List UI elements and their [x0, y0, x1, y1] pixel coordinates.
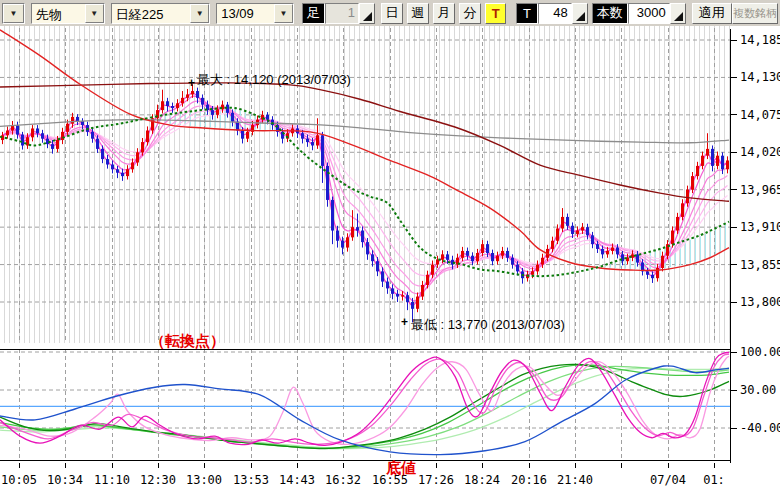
rci-lines: [0, 352, 729, 454]
time-tick: [158, 463, 159, 468]
time-label: 18:24: [464, 473, 500, 487]
price-label: 14,185: [731, 33, 780, 47]
time-label: 11:10: [94, 473, 130, 487]
time-tick: [621, 463, 622, 468]
indicator-label: -40.00: [731, 421, 780, 435]
price-axis-line: [730, 29, 731, 481]
spinner-icon[interactable]: [572, 3, 588, 24]
tick-count-value: 48: [538, 3, 572, 24]
high-marker-icon: +: [188, 77, 195, 89]
price-label: 13,965: [731, 183, 780, 197]
time-tick: [251, 463, 252, 468]
time-label: 10:05: [1, 473, 37, 487]
time-label: 21:40: [557, 473, 593, 487]
bar-count-value: 3000: [628, 3, 670, 24]
bar-count-label: 本数: [592, 3, 628, 24]
time-tick: [112, 463, 113, 468]
period-minute-button[interactable]: 分: [459, 3, 481, 24]
chevron-down-icon: ▼: [190, 4, 209, 23]
price-label: 13,800: [731, 295, 780, 309]
toolbar: ▼ 先物 ▼ 日経225 ▼ 13/09 ▼ 足 1 日 週 月 分 T T 4…: [0, 0, 780, 26]
period-weekly-button[interactable]: 週: [407, 3, 429, 24]
chevron-down-icon: ▼: [274, 4, 293, 23]
time-tick: [482, 463, 483, 468]
low-marker-icon: +: [401, 316, 408, 328]
contract-month-select[interactable]: 13/09 ▼: [216, 3, 294, 24]
time-label: 12:30: [140, 473, 176, 487]
time-tick: [436, 463, 437, 468]
multi-symbol-button[interactable]: 複数銘柄: [732, 3, 778, 24]
price-label: 14,020: [731, 145, 780, 159]
price-label: 14,130: [731, 70, 780, 84]
tick-count-label: T: [516, 3, 537, 24]
turning-point-annotation: （転換点）: [150, 332, 225, 351]
candlestick-chart: [0, 26, 730, 343]
spinner-icon[interactable]: [670, 3, 686, 24]
symbol-select[interactable]: 日経225 ▼: [111, 3, 211, 24]
instrument-type-select[interactable]: 先物 ▼: [31, 3, 105, 24]
price-label: 13,855: [731, 258, 780, 272]
apply-button[interactable]: 適用: [692, 3, 732, 24]
time-tick: [529, 463, 530, 468]
time-label: 17:26: [418, 473, 454, 487]
moving-averages: [0, 30, 729, 276]
spinner-icon[interactable]: [359, 3, 375, 24]
time-label: 13:00: [186, 473, 222, 487]
max-annotation: 最大 : 14,120 (2013/07/03): [197, 71, 351, 89]
min-annotation: 最低 : 13,770 (2013/07/03): [411, 316, 565, 334]
indicator-label: 30.00: [731, 383, 780, 397]
chart-application-window: ▼ 先物 ▼ 日経225 ▼ 13/09 ▼ 足 1 日 週 月 分 T T 4…: [0, 0, 780, 500]
time-label: 14:43: [279, 473, 315, 487]
bar-interval-value: 1: [325, 3, 359, 24]
time-label: 16:32: [325, 473, 361, 487]
time-label: 10:34: [47, 473, 83, 487]
instrument-type-value: 先物: [32, 4, 85, 23]
chevron-down-icon: ▼: [3, 4, 24, 23]
contract-month-value: 13/09: [217, 4, 274, 23]
time-tick: [19, 463, 20, 468]
main-chart-canvas[interactable]: [0, 26, 730, 343]
bar-interval-spinner[interactable]: 1: [325, 3, 375, 24]
time-tick: [575, 463, 576, 468]
time-label: 07/04: [650, 473, 686, 487]
time-tick: [714, 463, 715, 468]
bottom-price-annotation: 底値: [386, 459, 416, 478]
price-label: 14,075: [731, 108, 780, 122]
time-label: 01:: [703, 473, 725, 487]
tick-count-spinner[interactable]: 48: [538, 3, 588, 24]
time-tick: [668, 463, 669, 468]
time-tick: [297, 463, 298, 468]
bar-count-spinner[interactable]: 3000: [628, 3, 686, 24]
indicator-label: 100.00: [731, 345, 780, 359]
price-label: 13,910: [731, 220, 780, 234]
time-tick: [65, 463, 66, 468]
chevron-down-icon: ▼: [85, 4, 104, 23]
time-tick: [204, 463, 205, 468]
indicator-canvas[interactable]: [0, 343, 730, 463]
period-tick-button[interactable]: T: [485, 3, 506, 24]
period-daily-button[interactable]: 日: [381, 3, 403, 24]
time-tick: [343, 463, 344, 468]
oscillator-chart: [0, 343, 730, 463]
chart-area: 14,18514,13014,07514,02013,96513,91013,8…: [0, 26, 780, 500]
period-monthly-button[interactable]: 月: [433, 3, 455, 24]
mini-dropdown[interactable]: ▼: [2, 3, 25, 24]
time-label: 13:53: [233, 473, 269, 487]
symbol-value: 日経225: [112, 4, 191, 23]
bar-type-toggle[interactable]: 足: [302, 3, 325, 24]
time-label: 20:16: [511, 473, 547, 487]
